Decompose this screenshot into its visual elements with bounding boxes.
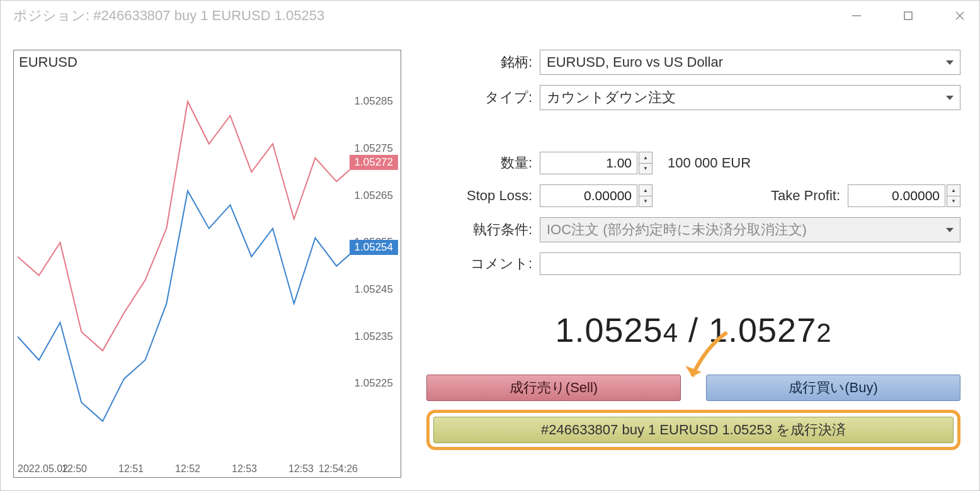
chevron-down-icon [946, 60, 954, 65]
fillpolicy-value: IOC注文 (部分約定時に未決済分取消注文) [547, 220, 807, 239]
ytick: 1.05235 [355, 330, 393, 343]
volume-note: 100 000 EUR [668, 155, 751, 171]
window-controls [850, 9, 967, 23]
order-form: 銘柄: EURUSD, Euro vs US Dollar タイプ: カウントダ… [426, 50, 960, 478]
comment-input[interactable] [540, 252, 960, 275]
ytick: 1.05285 [355, 95, 393, 108]
xtick: 12:53 [288, 463, 314, 475]
spinner-up-icon[interactable]: ▲ [947, 185, 960, 196]
symbol-select[interactable]: EURUSD, Euro vs US Dollar [540, 50, 960, 75]
sell-button[interactable]: 成行売り(Sell) [426, 375, 681, 401]
takeprofit-spinner[interactable]: ▲ ▼ [947, 184, 960, 207]
xtick: 12:51 [118, 463, 144, 475]
takeprofit-input[interactable] [848, 184, 945, 207]
takeprofit-label: Take Profit: [652, 188, 848, 204]
ask-last: 2 [816, 318, 831, 347]
window-title: ポジション: #246633807 buy 1 EURUSD 1.05253 [13, 6, 324, 25]
stoploss-label: Stop Loss: [426, 188, 540, 204]
ask-price-tag: 1.05272 [350, 155, 398, 170]
volume-label: 数量: [426, 154, 540, 172]
xtick: 12:53 [232, 463, 257, 475]
bid-last: 4 [663, 318, 678, 347]
ytick: 1.05245 [355, 283, 393, 296]
minimize-button[interactable] [850, 9, 863, 23]
comment-label: コメント: [426, 254, 540, 273]
spinner-up-icon[interactable]: ▲ [639, 152, 652, 164]
svg-rect-1 [904, 12, 912, 20]
volume-spinner[interactable]: ▲ ▼ [639, 152, 652, 174]
spinner-down-icon[interactable]: ▼ [639, 164, 652, 174]
ytick: 1.05275 [355, 142, 393, 155]
bid-main: 1.0525 [555, 311, 663, 349]
order-window: ポジション: #246633807 buy 1 EURUSD 1.05253 E… [0, 0, 980, 491]
chevron-down-icon [946, 96, 954, 100]
fillpolicy-select: IOC注文 (部分約定時に未決済分取消注文) [540, 217, 960, 242]
spinner-down-icon[interactable]: ▼ [639, 196, 652, 207]
stoploss-spinner[interactable]: ▲ ▼ [639, 184, 652, 207]
close-position-button[interactable]: #246633807 buy 1 EURUSD 1.05253 を成行決済 [433, 417, 954, 443]
volume-input[interactable] [540, 152, 637, 174]
type-label: タイプ: [426, 88, 540, 107]
type-select[interactable]: カウントダウン注文 [540, 85, 960, 110]
tick-chart: EURUSD 1.052851.052751.052651.052551.052… [13, 50, 401, 478]
symbol-label: 銘柄: [426, 53, 540, 72]
ytick: 1.05265 [355, 189, 393, 202]
spinner-up-icon[interactable]: ▲ [639, 185, 652, 196]
type-value: カウントダウン注文 [547, 88, 676, 107]
fillpolicy-label: 執行条件: [426, 220, 540, 239]
xtick: 12:52 [175, 463, 200, 475]
chart-lines [18, 59, 358, 449]
buy-button[interactable]: 成行買い(Buy) [706, 375, 960, 401]
xtick: 12:54:26 [319, 463, 358, 475]
chevron-down-icon [946, 228, 954, 232]
ytick: 1.05225 [355, 377, 393, 390]
close-position-highlight: #246633807 buy 1 EURUSD 1.05253 を成行決済 [426, 410, 960, 450]
close-window-button[interactable] [953, 9, 967, 23]
annotation-arrow-icon [683, 329, 733, 386]
maximize-button[interactable] [901, 9, 915, 23]
stoploss-input[interactable] [540, 184, 637, 207]
titlebar: ポジション: #246633807 buy 1 EURUSD 1.05253 [1, 1, 979, 31]
xtick: 2022.05.02 [18, 463, 68, 475]
spinner-down-icon[interactable]: ▼ [947, 196, 960, 207]
symbol-value: EURUSD, Euro vs US Dollar [547, 54, 723, 71]
bid-price-tag: 1.05254 [350, 240, 398, 255]
xtick: 12:50 [62, 463, 87, 475]
